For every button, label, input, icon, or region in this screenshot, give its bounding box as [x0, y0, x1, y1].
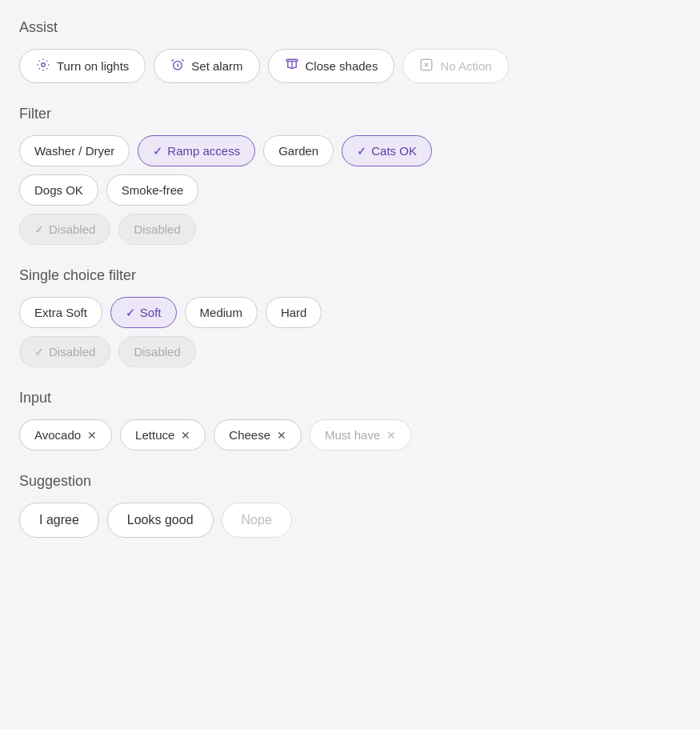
input-label: Input	[19, 390, 681, 407]
input-chip-row: Avocado ✕ Lettuce ✕ Cheese ✕ Must have ✕	[19, 419, 681, 451]
assist-chip-label: Set alarm	[191, 59, 242, 73]
input-chip-label: Must have	[325, 428, 380, 442]
input-chip-avocado[interactable]: Avocado ✕	[19, 419, 112, 451]
filter-chip-label: Washer / Dryer	[34, 144, 114, 158]
assist-chip-label: Turn on lights	[57, 59, 129, 73]
suggest-chip-label: Nope	[242, 513, 272, 527]
check-icon: ✓	[357, 145, 366, 158]
single-choice-row-2: ✓ Disabled Disabled	[19, 336, 681, 367]
input-chip-label: Cheese	[229, 428, 270, 442]
single-choice-row-1: Extra Soft ✓ Soft Medium Hard	[19, 297, 681, 328]
filter-chip-smoke-free[interactable]: Smoke-free	[106, 174, 199, 206]
input-chip-must-have: Must have ✕	[310, 419, 411, 451]
check-icon: ✓	[34, 346, 44, 358]
filter-section: Filter Washer / Dryer ✓ Ramp access Gard…	[19, 106, 681, 245]
filter-chip-label: Dogs OK	[34, 183, 83, 197]
filter-chip-row-1: Washer / Dryer ✓ Ramp access Garden ✓ Ca…	[19, 135, 681, 166]
assist-chip-set-alarm[interactable]: Set alarm	[154, 49, 259, 83]
x-square-icon	[419, 58, 434, 74]
filter-chip-label: Ramp access	[167, 144, 240, 158]
single-chip-extra-soft[interactable]: Extra Soft	[19, 297, 102, 328]
single-chip-label: Extra Soft	[34, 306, 87, 319]
single-chip-disabled-checked: ✓ Disabled	[19, 336, 110, 367]
single-chip-soft[interactable]: ✓ Soft	[110, 297, 177, 328]
filter-chip-label: Garden	[278, 144, 318, 158]
suggestion-label: Suggestion	[19, 473, 681, 490]
assist-chip-turn-on-lights[interactable]: Turn on lights	[19, 49, 146, 83]
single-chip-label: Medium	[200, 306, 242, 319]
svg-point-0	[42, 63, 46, 67]
single-choice-label: Single choice filter	[19, 267, 681, 284]
close-icon[interactable]: ✕	[277, 429, 286, 442]
input-section: Input Avocado ✕ Lettuce ✕ Cheese ✕ Must …	[19, 390, 681, 451]
filter-chip-dogs-ok[interactable]: Dogs OK	[19, 174, 98, 206]
filter-chip-disabled-unchecked: Disabled	[118, 214, 195, 245]
single-chip-label: Disabled	[134, 345, 180, 358]
single-chip-label: Hard	[281, 306, 307, 319]
assist-label: Assist	[19, 19, 681, 36]
check-icon: ✓	[153, 145, 162, 158]
filter-chip-washer-dryer[interactable]: Washer / Dryer	[19, 135, 130, 166]
input-chip-lettuce[interactable]: Lettuce ✕	[120, 419, 206, 451]
assist-chip-row: Turn on lights Set alarm Close shade	[19, 49, 681, 83]
input-chip-label: Avocado	[34, 428, 81, 442]
filter-chip-label: Disabled	[49, 222, 95, 236]
single-chip-medium[interactable]: Medium	[185, 297, 258, 328]
filter-chip-label: Smoke-free	[122, 183, 184, 197]
single-chip-disabled-unchecked: Disabled	[118, 336, 195, 367]
single-chip-label: Soft	[140, 306, 162, 319]
shades-icon	[285, 58, 299, 74]
filter-chip-disabled-checked: ✓ Disabled	[19, 214, 110, 245]
assist-chip-label: Close shades	[306, 59, 378, 73]
filter-chip-label: Disabled	[134, 222, 180, 236]
single-chip-label: Disabled	[49, 345, 95, 358]
assist-section: Assist Turn on lights Set alarm	[19, 19, 681, 83]
check-icon: ✓	[126, 306, 135, 319]
filter-chip-ramp-access[interactable]: ✓ Ramp access	[138, 135, 255, 166]
suggestion-chip-row: I agree Looks good Nope	[19, 503, 681, 538]
alarm-icon	[170, 58, 185, 74]
assist-chip-no-action[interactable]: No Action	[402, 49, 508, 83]
filter-chip-row-3: ✓ Disabled Disabled	[19, 214, 681, 245]
close-icon[interactable]: ✕	[87, 429, 97, 442]
close-icon: ✕	[386, 429, 396, 442]
filter-chip-garden[interactable]: Garden	[263, 135, 334, 166]
suggest-chip-nope: Nope	[222, 503, 292, 538]
input-chip-label: Lettuce	[135, 428, 174, 442]
suggest-chip-label: I agree	[39, 513, 79, 527]
suggest-chip-looks-good[interactable]: Looks good	[107, 503, 214, 538]
suggest-chip-label: Looks good	[127, 513, 194, 527]
filter-chip-label: Cats OK	[371, 144, 417, 158]
input-chip-cheese[interactable]: Cheese ✕	[214, 419, 302, 451]
single-chip-hard[interactable]: Hard	[266, 297, 322, 328]
single-choice-section: Single choice filter Extra Soft ✓ Soft M…	[19, 267, 681, 367]
svg-rect-2	[286, 59, 298, 61]
filter-chip-row-2: Dogs OK Smoke-free	[19, 174, 681, 206]
filter-chip-cats-ok[interactable]: ✓ Cats OK	[342, 135, 432, 166]
close-icon[interactable]: ✕	[181, 429, 190, 442]
gear-icon	[36, 58, 50, 74]
check-icon: ✓	[34, 223, 44, 236]
filter-label: Filter	[19, 106, 681, 122]
suggestion-section: Suggestion I agree Looks good Nope	[19, 473, 681, 538]
assist-chip-label: No Action	[440, 59, 491, 73]
assist-chip-close-shades[interactable]: Close shades	[268, 49, 395, 83]
suggest-chip-i-agree[interactable]: I agree	[19, 503, 99, 538]
